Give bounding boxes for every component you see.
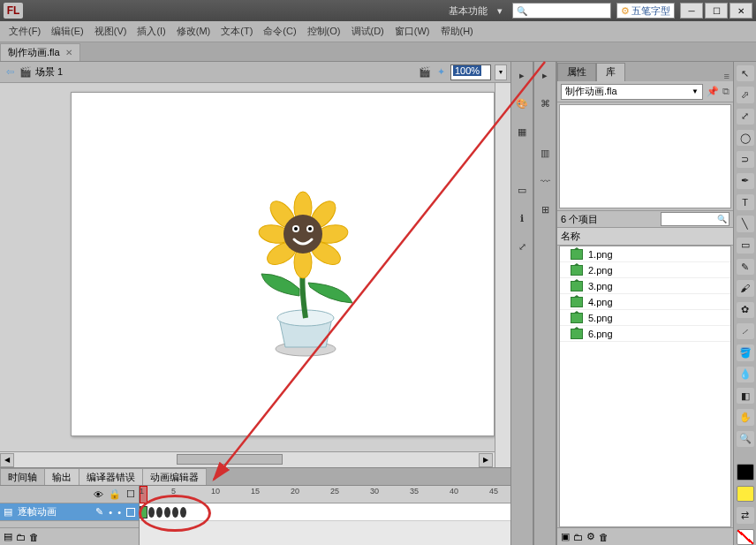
zoom-value[interactable]: 100% <box>450 64 491 80</box>
library-search[interactable]: 🔍 <box>661 212 730 226</box>
align-panel-icon[interactable]: ▭ <box>514 182 530 198</box>
stage-scrollbar-vertical[interactable] <box>495 83 510 467</box>
new-folder-icon[interactable]: 🗀 <box>573 532 583 542</box>
color-panel-icon[interactable]: 🎨 <box>514 95 530 111</box>
stage-scrollbar-horizontal[interactable]: ◀ ▶ <box>0 451 495 467</box>
menu-file[interactable]: 文件(F) <box>4 23 46 40</box>
minimize-button[interactable]: ─ <box>680 3 703 19</box>
keyframe[interactable] <box>180 507 186 518</box>
menu-edit[interactable]: 编辑(E) <box>46 23 89 40</box>
new-symbol-icon[interactable]: ▣ <box>561 531 570 542</box>
layer-row[interactable]: ▤ 逐帧动画 ✎ • • <box>0 503 139 521</box>
frames-panel[interactable]: 1 5 10 15 20 25 30 35 40 45 <box>140 486 510 545</box>
tab-motion-editor[interactable]: 动画编辑器 <box>142 468 207 485</box>
collapsed-panel-strip-2[interactable]: ▸ ⌘ ▥ 〰 ⊞ <box>533 62 556 545</box>
workspace-name[interactable]: 基本功能 <box>449 4 488 18</box>
delete-icon[interactable]: 🗑 <box>599 532 609 542</box>
library-item[interactable]: 1.png <box>560 246 730 262</box>
new-folder-icon[interactable]: 🗀 <box>16 532 26 542</box>
line-tool[interactable]: ╲ <box>737 216 754 231</box>
edit-symbol-icon[interactable]: ✦ <box>435 66 447 79</box>
info-panel-icon[interactable]: ℹ <box>514 210 530 226</box>
keyframe[interactable] <box>156 507 163 518</box>
transform-panel-icon[interactable]: ⤢ <box>514 238 530 254</box>
lasso-tool[interactable]: ⊃ <box>737 151 754 167</box>
library-item[interactable]: 5.png <box>560 310 730 326</box>
outline-icon[interactable]: ☐ <box>126 488 135 500</box>
library-column-name[interactable]: 名称 <box>561 230 580 243</box>
zoom-dropdown-icon[interactable]: ▾ <box>495 64 507 80</box>
3d-rotation-tool[interactable]: ◯ <box>737 130 754 146</box>
menu-text[interactable]: 文本(T) <box>215 23 258 40</box>
zoom-tool[interactable]: 🔍 <box>737 431 754 447</box>
library-item[interactable]: 4.png <box>560 294 730 310</box>
workspace-dropdown-icon[interactable]: ▾ <box>493 4 507 18</box>
free-transform-tool[interactable]: ⤢ <box>737 109 754 125</box>
stage-area[interactable]: ◀ ▶ <box>0 83 510 467</box>
edit-scene-icon[interactable]: 🎬 <box>419 66 431 79</box>
project-panel-icon[interactable]: ⊞ <box>537 201 553 217</box>
eraser-tool[interactable]: ◧ <box>737 388 754 404</box>
keyframe[interactable] <box>140 506 147 519</box>
text-tool[interactable]: T <box>737 194 754 210</box>
library-item[interactable]: 3.png <box>560 278 730 294</box>
scroll-left-icon[interactable]: ◀ <box>0 453 14 467</box>
tab-timeline[interactable]: 时间轴 <box>0 468 45 485</box>
rectangle-tool[interactable]: ▭ <box>737 238 754 254</box>
tab-properties[interactable]: 属性 <box>557 63 596 81</box>
keyframe[interactable] <box>148 507 155 518</box>
layer-visible-dot[interactable]: • <box>109 507 112 518</box>
bone-tool[interactable]: ⟋ <box>737 323 754 339</box>
motion-presets-icon[interactable]: 〰 <box>537 173 553 189</box>
library-item-list[interactable]: 1.png 2.png 3.png 4.png 5.png 6.png <box>559 246 731 527</box>
close-button[interactable]: ✕ <box>730 3 752 19</box>
pin-icon[interactable]: 📌 <box>707 86 719 97</box>
code-snippets-icon[interactable]: ⌘ <box>537 95 553 111</box>
deco-tool[interactable]: ✿ <box>737 302 754 318</box>
frame-ruler[interactable]: 1 5 10 15 20 25 30 35 40 45 <box>140 486 510 503</box>
subselection-tool[interactable]: ⬀ <box>737 87 754 102</box>
hand-tool[interactable]: ✋ <box>737 409 754 425</box>
paint-bucket-tool[interactable]: 🪣 <box>737 344 754 360</box>
tab-compiler-errors[interactable]: 编译器错误 <box>79 468 143 485</box>
layer-outline-box[interactable] <box>126 508 135 517</box>
swatches-panel-icon[interactable]: ▦ <box>514 124 530 140</box>
layer-lock-dot[interactable]: • <box>117 507 121 518</box>
selection-tool[interactable]: ↖ <box>737 65 754 81</box>
no-color-icon[interactable] <box>737 529 754 545</box>
menu-window[interactable]: 窗口(W) <box>389 23 435 40</box>
frame-row[interactable] <box>140 503 510 521</box>
pen-tool[interactable]: ✒ <box>737 173 754 189</box>
stroke-color-swatch[interactable] <box>737 464 754 481</box>
expand-icon[interactable]: ▸ <box>537 67 553 83</box>
eye-icon[interactable]: 👁 <box>94 489 103 500</box>
new-layer-icon[interactable]: ▤ <box>4 531 12 542</box>
tab-output[interactable]: 输出 <box>44 468 79 485</box>
scroll-right-icon[interactable]: ▶ <box>479 453 493 467</box>
keyframe[interactable] <box>172 507 178 518</box>
stage-canvas[interactable] <box>71 92 495 436</box>
menu-debug[interactable]: 调试(D) <box>346 23 389 40</box>
new-library-icon[interactable]: ⧉ <box>722 86 730 97</box>
expand-icon[interactable]: ▸ <box>514 67 530 83</box>
fill-color-swatch[interactable] <box>737 486 754 503</box>
panel-menu-icon[interactable]: ≡ <box>724 71 730 81</box>
library-file-selector[interactable]: 制作动画.fla ▼ <box>561 84 703 100</box>
back-arrow-icon[interactable]: ⇦ <box>4 66 16 79</box>
lock-icon[interactable]: 🔒 <box>109 488 121 500</box>
swap-colors-icon[interactable]: ⇄ <box>737 507 754 523</box>
eyedropper-tool[interactable]: 💧 <box>737 367 754 382</box>
document-tab[interactable]: 制作动画.fla ✕ <box>0 43 80 61</box>
components-panel-icon[interactable]: ▥ <box>537 145 553 161</box>
menu-control[interactable]: 控制(O) <box>302 23 346 40</box>
pencil-tool[interactable]: ✎ <box>737 259 754 275</box>
brush-tool[interactable]: 🖌 <box>737 280 754 296</box>
menu-commands[interactable]: 命令(C) <box>258 23 301 40</box>
close-tab-icon[interactable]: ✕ <box>65 48 72 57</box>
delete-layer-icon[interactable]: 🗑 <box>29 532 39 542</box>
collapsed-panel-strip-1[interactable]: ▸ 🎨 ▦ ▭ ℹ ⤢ <box>510 62 533 545</box>
properties-icon[interactable]: ⚙ <box>586 531 595 542</box>
keyframe[interactable] <box>164 507 170 518</box>
help-search-input[interactable] <box>529 5 607 16</box>
scroll-thumb[interactable] <box>177 454 283 465</box>
